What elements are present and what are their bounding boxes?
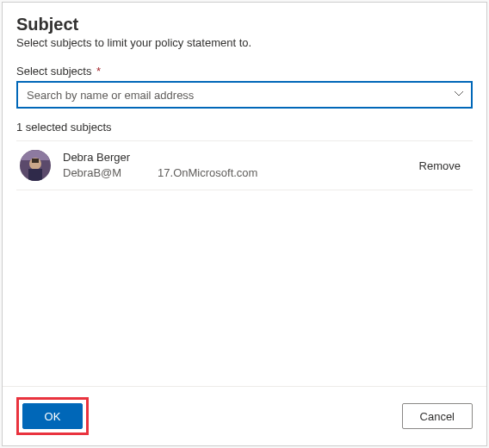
page-title: Subject [16,15,473,34]
select-subjects-label: Select subjects * [16,65,473,78]
ok-highlight: OK [16,397,89,435]
selected-list: Debra Berger DebraB@M17.OnMicrosoft.com … [16,140,473,190]
subject-search-combobox[interactable] [16,81,473,109]
avatar [20,150,51,181]
search-input[interactable] [27,89,445,102]
email-part2: 17.OnMicrosoft.com [158,166,257,179]
selected-count: 1 selected subjects [16,121,473,134]
required-asterisk: * [96,65,101,78]
cancel-button[interactable]: Cancel [402,403,473,429]
field-label-text: Select subjects [16,65,91,78]
list-item: Debra Berger DebraB@M17.OnMicrosoft.com … [16,141,473,190]
chevron-down-icon [454,89,464,102]
panel-content: Subject Select subjects to limit your po… [3,3,486,386]
person-name: Debra Berger [63,150,414,165]
subject-panel: Subject Select subjects to limit your po… [2,2,487,446]
svg-rect-4 [32,159,39,163]
person-email: DebraB@M17.OnMicrosoft.com [63,165,414,181]
email-part1: DebraB@M [63,166,121,179]
person-info: Debra Berger DebraB@M17.OnMicrosoft.com [63,150,414,180]
panel-footer: OK Cancel [3,386,486,445]
remove-button[interactable]: Remove [414,156,466,176]
svg-rect-3 [28,169,42,181]
ok-button[interactable]: OK [22,403,83,429]
page-subtitle: Select subjects to limit your policy sta… [16,36,473,49]
